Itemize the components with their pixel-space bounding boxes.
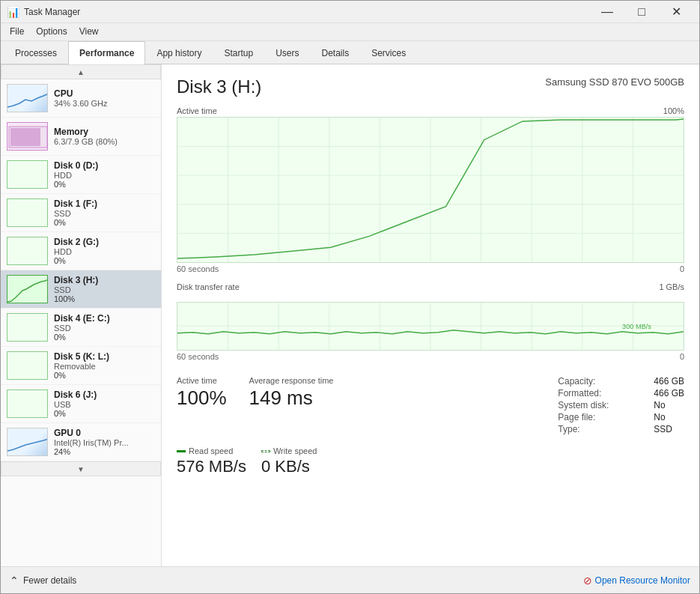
tab-processes[interactable]: Processes <box>4 41 68 64</box>
gpu0-val: 24% <box>54 447 129 456</box>
active-time-stat-value: 100% <box>177 387 227 410</box>
speed-group: Read speed 576 MB/s Write speed 0 KB/s <box>177 446 684 476</box>
gpu0-label: GPU 0 <box>54 428 129 438</box>
transfer-rate-time-row: 60 seconds 0 <box>177 352 684 361</box>
transfer-rate-chart: 300 MB/s <box>177 302 684 351</box>
open-resource-monitor-link[interactable]: ⊘ Open Resource Monitor <box>583 575 690 587</box>
write-speed-item: Write speed 0 KB/s <box>261 446 317 476</box>
capacity-value: 466 GB <box>654 376 684 387</box>
tab-bar: Processes Performance App history Startu… <box>1 41 699 64</box>
cpu-label: CPU <box>54 88 108 99</box>
title-bar: 📊 Task Manager ― □ ✕ <box>1 1 699 23</box>
transfer-rate-max: 1 GB/s <box>659 282 684 291</box>
response-time-stat-value: 149 ms <box>249 387 334 410</box>
capacity-label: Capacity: <box>558 376 648 387</box>
svg-rect-1 <box>10 128 40 146</box>
memory-label: Memory <box>54 127 118 137</box>
disk0-label: Disk 0 (D:) <box>54 160 98 171</box>
minimize-button[interactable]: ― <box>590 1 624 23</box>
disk6-thumbnail <box>7 390 48 418</box>
system-disk-value: No <box>654 400 684 410</box>
fewer-details-label: Fewer details <box>23 575 76 586</box>
gpu0-sub: Intel(R) Iris(TM) Pr... <box>54 438 129 447</box>
write-speed-label-row: Write speed <box>261 446 317 455</box>
sidebar-item-disk1[interactable]: Disk 1 (F:) SSD 0% <box>1 194 161 232</box>
read-speed-label: Read speed <box>189 446 233 455</box>
sidebar-item-disk2[interactable]: Disk 2 (G:) HDD 0% <box>1 232 161 270</box>
memory-thumbnail <box>7 122 48 151</box>
disk5-label: Disk 5 (K: L:) <box>54 351 109 362</box>
disk-model: Samsung SSD 870 EVO 500GB <box>545 76 684 88</box>
main-header: Disk 3 (H:) Samsung SSD 870 EVO 500GB <box>177 76 684 97</box>
open-resource-monitor-label: Open Resource Monitor <box>595 575 690 586</box>
sidebar-scroll-down[interactable]: ▼ <box>1 461 161 476</box>
tab-startup[interactable]: Startup <box>213 41 264 64</box>
system-disk-label: System disk: <box>558 400 648 410</box>
disk5-val: 0% <box>54 371 109 380</box>
transfer-time-left: 60 seconds <box>177 352 219 361</box>
maximize-button[interactable]: □ <box>624 1 659 23</box>
tab-services[interactable]: Services <box>360 41 417 64</box>
disk3-type: SSD <box>54 285 98 294</box>
write-speed-value: 0 KB/s <box>261 457 317 476</box>
sidebar-item-memory[interactable]: Memory 6.3/7.9 GB (80%) <box>1 118 161 156</box>
disk1-val: 0% <box>54 218 97 227</box>
fewer-details-button[interactable]: ⌃ Fewer details <box>10 575 76 587</box>
disk0-info: Disk 0 (D:) HDD 0% <box>54 160 98 189</box>
sidebar: ▲ CPU 34% 3.60 GHz <box>1 64 162 566</box>
read-speed-value: 576 MB/s <box>177 457 246 476</box>
disk4-info: Disk 4 (E: C:) SSD 0% <box>54 313 110 342</box>
disk1-info: Disk 1 (F:) SSD 0% <box>54 198 97 227</box>
disk3-val: 100% <box>54 294 98 303</box>
disk4-label: Disk 4 (E: C:) <box>54 313 110 324</box>
menu-options[interactable]: Options <box>30 25 73 39</box>
formatted-label: Formatted: <box>558 388 648 398</box>
sidebar-item-disk4[interactable]: Disk 4 (E: C:) SSD 0% <box>1 309 161 347</box>
disk6-info: Disk 6 (J:) USB 0% <box>54 390 97 418</box>
sidebar-item-disk5[interactable]: Disk 5 (K: L:) Removable 0% <box>1 347 161 385</box>
title-bar-controls: ― □ ✕ <box>590 1 693 23</box>
disk6-val: 0% <box>54 409 97 418</box>
sidebar-item-disk6[interactable]: Disk 6 (J:) USB 0% <box>1 385 161 423</box>
title-bar-left: 📊 Task Manager <box>7 6 80 18</box>
cpu-value: 34% 3.60 GHz <box>54 99 108 108</box>
tab-details[interactable]: Details <box>310 41 360 64</box>
read-indicator <box>177 450 186 452</box>
sidebar-item-disk3[interactable]: Disk 3 (H:) SSD 100% <box>1 270 161 309</box>
footer: ⌃ Fewer details ⊘ Open Resource Monitor <box>1 566 699 593</box>
response-time-stat-label: Average response time <box>249 376 334 385</box>
disk3-info: Disk 3 (H:) SSD 100% <box>54 275 98 303</box>
menu-view[interactable]: View <box>73 25 105 39</box>
tab-app-history[interactable]: App history <box>145 41 213 64</box>
write-speed-label: Write speed <box>273 446 317 455</box>
tab-users[interactable]: Users <box>264 41 310 64</box>
app-icon: 📊 <box>7 6 19 18</box>
close-button[interactable]: ✕ <box>659 1 693 23</box>
disk3-thumbnail <box>7 275 48 303</box>
disk4-thumbnail <box>7 313 48 342</box>
formatted-value: 466 GB <box>654 388 684 398</box>
response-time-stat: Average response time 149 ms <box>249 376 334 410</box>
sidebar-scroll-up[interactable]: ▲ <box>1 64 161 79</box>
disk4-val: 0% <box>54 333 110 342</box>
disk0-val: 0% <box>54 180 98 189</box>
active-time-label-row: Active time 100% <box>177 106 684 115</box>
sidebar-item-disk0[interactable]: Disk 0 (D:) HDD 0% <box>1 156 161 194</box>
type-value: SSD <box>654 424 684 434</box>
disk5-info: Disk 5 (K: L:) Removable 0% <box>54 351 109 380</box>
transfer-rate-label: Disk transfer rate <box>177 282 240 291</box>
active-time-chart <box>177 117 684 263</box>
menu-file[interactable]: File <box>4 25 30 39</box>
disk0-type: HDD <box>54 171 98 180</box>
tab-performance[interactable]: Performance <box>68 41 145 64</box>
active-time-max: 100% <box>663 106 684 115</box>
sidebar-item-gpu0[interactable]: GPU 0 Intel(R) Iris(TM) Pr... 24% <box>1 423 161 461</box>
disk-title: Disk 3 (H:) <box>177 76 261 97</box>
svg-text:300 MB/s: 300 MB/s <box>622 323 651 330</box>
active-time-stat: Active time 100% <box>177 376 227 410</box>
transfer-rate-label-row: Disk transfer rate 1 GB/s <box>177 282 684 291</box>
sidebar-item-cpu[interactable]: CPU 34% 3.60 GHz <box>1 79 161 118</box>
read-speed-label-row: Read speed <box>177 446 246 455</box>
stats-row: Active time 100% Average response time 1… <box>177 376 684 434</box>
active-time-left: 60 seconds <box>177 264 219 273</box>
